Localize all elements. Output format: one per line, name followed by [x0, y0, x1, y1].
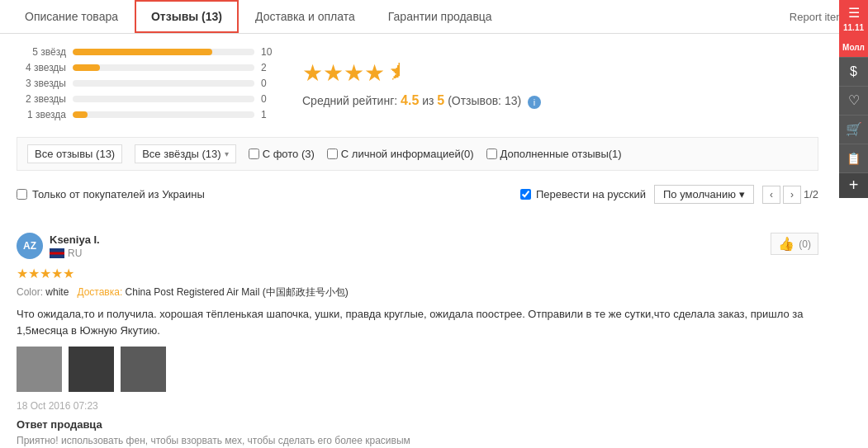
- seller-response-text: Приятно! использовать фен, чтобы взорват…: [17, 434, 818, 448]
- bar-count: 0: [261, 93, 277, 105]
- chevron-down-icon: ▾: [225, 149, 229, 158]
- bar-track: [73, 49, 254, 55]
- like-button[interactable]: 👍 (0): [771, 233, 818, 255]
- rating-section: 5 звёзд 10 4 звезды 2 3 звезды 0 2 звезд…: [17, 46, 818, 125]
- next-page-button[interactable]: ›: [783, 186, 801, 204]
- avg-rating-text: Средний рейтинг: 4.5 из 5 (Отзывов: 13) …: [302, 93, 541, 108]
- review-stars: ★★★★★: [17, 266, 818, 281]
- ukraine-only-label: Только от покупателей из Украины: [32, 188, 205, 200]
- bar-row: 3 звезды 0: [17, 78, 277, 89]
- review-header: AZ Kseniya I. RU 👍 (0): [17, 233, 818, 259]
- tab-delivery[interactable]: Доставка и оплата: [239, 0, 372, 33]
- all-stars-dropdown[interactable]: Все звёзды (13) ▾: [135, 144, 235, 163]
- bar-fill: [73, 49, 212, 55]
- reviewer-name-col: Kseniya I. RU: [50, 233, 100, 259]
- bar-label: 2 звезды: [17, 93, 66, 105]
- with-photo-filter[interactable]: С фото (3): [249, 148, 315, 160]
- seller-response-title: Ответ продавца: [17, 418, 818, 431]
- like-count: (0): [799, 238, 811, 250]
- translate-label: Перевести на русский: [536, 188, 646, 200]
- main-content: 5 звёзд 10 4 звезды 2 3 звезды 0 2 звезд…: [0, 34, 835, 448]
- bar-label: 1 звезда: [17, 109, 66, 120]
- bar-fill: [73, 111, 88, 118]
- with-info-filter[interactable]: С личной информацией(0): [327, 148, 474, 160]
- tab-description[interactable]: Описание товара: [8, 0, 135, 33]
- reviews-label: Отзывов:: [452, 94, 501, 107]
- tab-reviews[interactable]: Отзывы (13): [135, 0, 239, 33]
- all-reviews-dropdown[interactable]: Все отзывы (13): [27, 144, 122, 163]
- sidebar-molls-label[interactable]: Молл: [839, 38, 868, 58]
- reviewer-name: Kseniya I.: [50, 233, 100, 246]
- page-wrapper: Описание товара Отзывы (13) Доставка и о…: [0, 0, 868, 448]
- sidebar-heart-icon[interactable]: ♡: [839, 87, 868, 116]
- bar-count: 2: [261, 62, 277, 73]
- options-bar: Только от покупателей из Украины Перевес…: [17, 181, 818, 208]
- bar-count: 0: [261, 78, 277, 89]
- bar-row: 1 звезда 1: [17, 109, 277, 120]
- reviewer-info: AZ Kseniya I. RU: [17, 233, 100, 259]
- with-photo-checkbox[interactable]: [249, 149, 259, 159]
- additional-checkbox[interactable]: [486, 149, 497, 159]
- bar-track: [73, 96, 254, 102]
- translate-check[interactable]: Перевести на русский: [520, 188, 646, 200]
- sidebar-dollar-icon[interactable]: $: [839, 58, 868, 87]
- bar-row: 4 звезды 2: [17, 62, 277, 73]
- tab-seller[interactable]: Гарантии продавца: [372, 0, 509, 33]
- avg-label: Средний рейтинг:: [302, 94, 397, 107]
- review-image-1[interactable]: [17, 347, 62, 392]
- bar-row: 5 звёзд 10: [17, 46, 277, 58]
- review-item: AZ Kseniya I. RU 👍 (0): [17, 220, 818, 448]
- sidebar-cart-icon[interactable]: 🛒: [839, 116, 868, 144]
- bar-row: 2 звезды 0: [17, 93, 277, 105]
- options-right: Перевести на русский По умолчанию ▾ ‹ › …: [520, 185, 818, 204]
- filter-bar: Все отзывы (13) Все звёзды (13) ▾ С фото…: [17, 137, 818, 171]
- avg-value: 4.5: [401, 93, 419, 107]
- review-images: [17, 347, 818, 392]
- bar-track: [73, 64, 254, 71]
- review-text: Что ожидала,то и получила. хорошая тёпле…: [17, 306, 818, 338]
- additional-filter[interactable]: Дополненные отзывы(1): [486, 148, 622, 160]
- pagination: ‹ › 1/2: [762, 186, 818, 204]
- prev-page-button[interactable]: ‹: [762, 186, 780, 204]
- rating-summary: ★★★★⯨ Средний рейтинг: 4.5 из 5 (Отзывов…: [302, 46, 541, 125]
- sort-dropdown[interactable]: По умолчанию ▾: [654, 185, 754, 204]
- bar-fill: [73, 64, 100, 71]
- seller-response: Ответ продавца Приятно! использовать фен…: [17, 418, 818, 448]
- color-label: Color:: [17, 286, 43, 298]
- ukraine-only-checkbox[interactable]: [17, 189, 27, 200]
- out-of-value: 5: [437, 93, 444, 107]
- rating-bars: 5 звёзд 10 4 звезды 2 3 звезды 0 2 звезд…: [17, 46, 277, 125]
- color-value: white: [45, 286, 69, 298]
- stars-large: ★★★★⯨: [302, 62, 541, 85]
- right-sidebar: ☰ 11.11 Молл $ ♡ 🛒 📋 +: [839, 0, 868, 198]
- review-meta: Color: white Доставка: China Post Regist…: [17, 285, 818, 299]
- thumbs-up-icon: 👍: [778, 236, 794, 252]
- bar-count: 10: [261, 46, 277, 58]
- info-icon[interactable]: i: [528, 96, 541, 109]
- chevron-down-icon: ▾: [739, 188, 745, 200]
- bar-label: 4 звезды: [17, 62, 66, 73]
- flag-icon: [50, 248, 64, 258]
- bar-label: 3 звезды: [17, 78, 66, 89]
- sidebar-add-button[interactable]: +: [839, 173, 868, 198]
- review-image-2[interactable]: [69, 347, 114, 392]
- bar-label: 5 звёзд: [17, 46, 66, 58]
- options-left: Только от покупателей из Украины: [17, 188, 205, 200]
- bar-track: [73, 80, 254, 87]
- page-info: 1/2: [804, 188, 818, 200]
- review-image-3[interactable]: [121, 347, 166, 392]
- tabs-bar: Описание товара Отзывы (13) Доставка и о…: [0, 0, 868, 34]
- delivery-value: China Post Registered Air Mail (中国邮政挂号小包…: [126, 286, 349, 298]
- bar-count: 1: [261, 109, 277, 120]
- promo-banner[interactable]: ☰ 11.11: [839, 0, 868, 38]
- content-area: 5 звёзд 10 4 звезды 2 3 звезды 0 2 звезд…: [0, 34, 835, 448]
- reviewer-country: RU: [50, 248, 100, 259]
- bar-track: [73, 111, 254, 118]
- delivery-label: Доставка:: [77, 286, 122, 298]
- translate-checkbox[interactable]: [520, 189, 531, 200]
- review-date: 18 Oct 2016 07:23: [17, 400, 818, 412]
- with-info-checkbox[interactable]: [327, 149, 338, 159]
- sidebar-clipboard-icon[interactable]: 📋: [839, 144, 868, 173]
- avatar: AZ: [17, 233, 43, 259]
- review-count: 13: [505, 94, 518, 107]
